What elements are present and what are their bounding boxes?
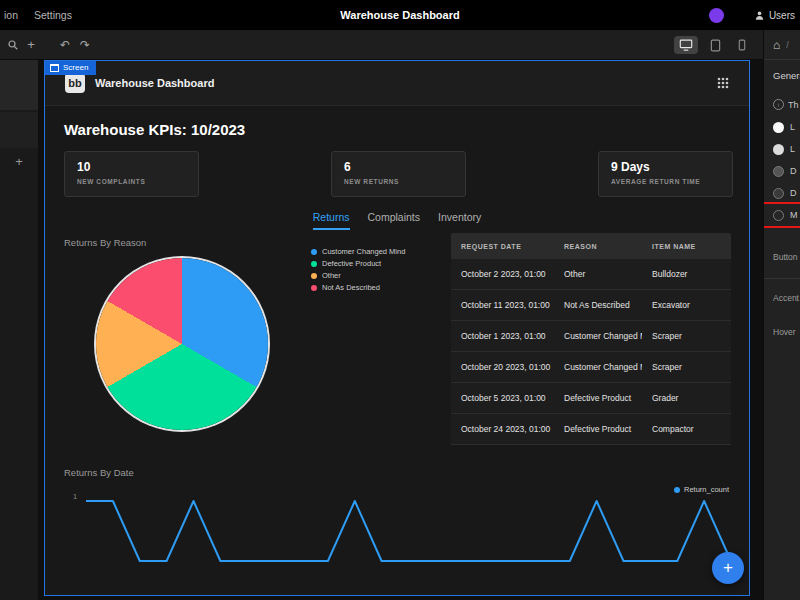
returns-table-header: REQUEST DATE REASON ITEM NAME — [451, 233, 731, 259]
screen-icon — [50, 64, 59, 72]
cell-reason: Other — [554, 269, 642, 279]
tab-inventory[interactable]: Inventory — [438, 211, 481, 230]
person-icon — [754, 10, 765, 21]
cell-request-date: October 24 2023, 01:00 — [451, 424, 554, 434]
theme-option-light[interactable]: L — [764, 138, 800, 160]
legend-item: Customer Changed Mind — [311, 247, 405, 256]
nav-item-application[interactable]: ion — [4, 9, 18, 21]
returns-table-body: October 2 2023, 01:00 Other Bulldozer Oc… — [451, 259, 731, 445]
table-row: October 24 2023, 01:00 Defective Product… — [451, 414, 731, 445]
settings-panel: ⌂ / Genera i Th L L D D — [763, 30, 800, 600]
sidebar-panel — [0, 60, 38, 110]
kpi-value: 10 — [77, 160, 186, 174]
dashboard-title: Warehouse Dashboard — [95, 77, 214, 89]
redo-icon: ↷ — [80, 38, 90, 52]
home-icon[interactable]: ⌂ — [773, 38, 780, 52]
returns-table: REQUEST DATE REASON ITEM NAME October 2 … — [451, 233, 731, 445]
users-button[interactable]: Users — [754, 0, 795, 30]
tablet-icon — [710, 39, 721, 52]
user-avatar[interactable] — [709, 8, 724, 23]
users-label: Users — [769, 10, 795, 21]
legend-item: Not As Described — [311, 283, 405, 292]
theme-option-midnight-highlighted[interactable]: M — [764, 204, 800, 226]
topbar-nav: ion Settings — [4, 0, 72, 30]
cell-request-date: October 1 2023, 01:00 — [451, 331, 554, 341]
table-row: October 2 2023, 01:00 Other Bulldozer — [451, 259, 731, 290]
tab-returns[interactable]: Returns — [313, 211, 350, 230]
cell-request-date: October 11 2023, 01:00 — [451, 300, 554, 310]
line-chart-svg — [86, 491, 731, 596]
monitor-icon — [679, 39, 693, 51]
panel-breadcrumb: ⌂ / — [764, 30, 800, 60]
legend-label: Other — [322, 271, 341, 280]
cell-request-date: October 2 2023, 01:00 — [451, 269, 554, 279]
cell-item-name: Grader — [642, 393, 731, 403]
tab-complaints[interactable]: Complaints — [368, 211, 421, 230]
cell-item-name: Scraper — [642, 362, 731, 372]
theme-swatch — [773, 122, 784, 133]
panel-divider — [764, 278, 800, 279]
toolbar: + ↶ ↷ — [0, 30, 763, 60]
redo-button[interactable]: ↷ — [76, 36, 94, 54]
device-tablet-button[interactable] — [705, 36, 726, 55]
kpi-card-new-returns: 6 NEW RETURNS — [331, 151, 466, 197]
topbar: ion Settings Warehouse Dashboard Users — [0, 0, 800, 30]
page-title: Warehouse Dashboard — [340, 0, 459, 30]
cell-request-date: October 20 2023, 01:00 — [451, 362, 554, 372]
theme-option-lightest[interactable]: L — [764, 116, 800, 138]
kpi-card-new-complaints: 10 NEW COMPLAINTS — [64, 151, 199, 197]
table-row: October 1 2023, 01:00 Customer Changed M… — [451, 321, 731, 352]
info-icon: i — [773, 99, 784, 110]
theme-section-header: i Th — [773, 99, 800, 110]
column-header-item-name: ITEM NAME — [642, 243, 731, 250]
device-phone-button[interactable] — [733, 36, 751, 54]
kpi-card-average-return-time: 9 Days AVERAGE RETURN TIME — [598, 151, 733, 197]
breadcrumb-separator: / — [786, 40, 789, 50]
pie-chart-title: Returns By Reason — [64, 237, 146, 248]
legend-dot — [311, 273, 317, 279]
sidebar-panel — [0, 112, 38, 148]
y-axis-tick: 1 — [73, 492, 77, 501]
kpi-label: NEW RETURNS — [344, 178, 453, 185]
screen-tag[interactable]: Screen — [45, 61, 96, 75]
legend-label: Not As Described — [322, 283, 380, 292]
legend-dot — [311, 261, 317, 267]
column-header-reason: REASON — [554, 243, 642, 250]
legend-label: Customer Changed Mind — [322, 247, 405, 256]
cell-reason: Defective Product — [554, 393, 642, 403]
legend-dot — [311, 249, 317, 255]
app-logo: bb — [65, 73, 85, 93]
kpi-value: 6 — [344, 160, 453, 174]
theme-option-dark[interactable]: D — [764, 160, 800, 182]
returns-line — [86, 501, 731, 561]
app-root: ion Settings Warehouse Dashboard Users +… — [0, 0, 800, 600]
cell-item-name: Compactor — [642, 424, 731, 434]
plus-icon: + — [27, 37, 35, 52]
dashboard-header: bb Warehouse Dashboard — [45, 61, 749, 106]
fab-add-button[interactable]: + — [712, 552, 744, 584]
nav-item-settings[interactable]: Settings — [34, 9, 72, 21]
theme-option-darkest[interactable]: D — [764, 182, 800, 204]
table-row: October 5 2023, 01:00 Defective Product … — [451, 383, 731, 414]
search-button[interactable] — [4, 36, 22, 54]
general-section-label: Genera — [773, 70, 800, 81]
add-button[interactable]: + — [22, 36, 40, 54]
dashboard-tabs: Returns Complaints Inventory — [45, 211, 749, 230]
apps-grid-icon[interactable] — [717, 77, 729, 89]
legend-item: Defective Product — [311, 259, 405, 268]
add-screen-button[interactable]: + — [0, 154, 38, 169]
device-desktop-button[interactable] — [674, 36, 698, 54]
pie-chart — [96, 258, 268, 430]
line-chart-title: Returns By Date — [64, 467, 134, 478]
component-sidebar: + — [0, 60, 38, 600]
undo-button[interactable]: ↶ — [56, 36, 74, 54]
theme-swatch — [773, 210, 784, 221]
cell-item-name: Excavator — [642, 300, 731, 310]
cell-item-name: Bulldozer — [642, 269, 731, 279]
kpi-value: 9 Days — [611, 160, 720, 174]
app-canvas: Screen bb Warehouse Dashboard Warehouse … — [44, 60, 750, 596]
legend-label: Defective Product — [322, 259, 381, 268]
device-preview-group — [674, 30, 751, 60]
cell-reason: Defective Product — [554, 424, 642, 434]
theme-label: Th — [788, 100, 799, 110]
